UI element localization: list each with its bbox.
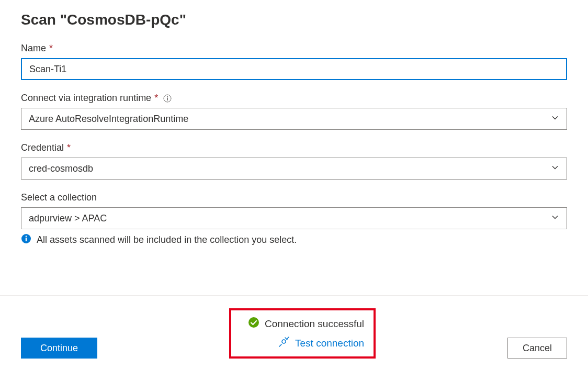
svg-rect-5 <box>26 238 27 241</box>
test-connection-link[interactable]: Test connection <box>278 336 364 350</box>
collection-label: Select a collection <box>21 192 567 203</box>
connection-status-box: Connection successful Test connection <box>229 308 376 359</box>
required-asterisk: * <box>67 142 71 153</box>
collection-helper-text: All assets scanned will be included in t… <box>37 234 297 245</box>
footer: Continue Connection successful Test con <box>21 308 567 359</box>
runtime-label: Connect via integration runtime * <box>21 93 567 104</box>
field-credential: Credential * cred-cosmosdb <box>21 142 567 180</box>
collection-label-text: Select a collection <box>21 192 97 203</box>
svg-point-6 <box>248 317 259 328</box>
collection-helper: All assets scanned will be included in t… <box>21 233 567 246</box>
info-filled-icon <box>21 233 31 246</box>
name-label-text: Name <box>21 43 46 54</box>
info-icon[interactable] <box>163 94 172 103</box>
collection-value: adpurview > APAC <box>29 213 107 224</box>
credential-dropdown[interactable]: cred-cosmosdb <box>21 158 567 180</box>
success-check-icon <box>248 317 259 331</box>
credential-label: Credential * <box>21 142 567 153</box>
footer-right: Cancel <box>507 338 567 359</box>
credential-value: cred-cosmosdb <box>29 163 93 174</box>
required-asterisk: * <box>154 93 158 104</box>
test-connection-text: Test connection <box>295 338 364 349</box>
field-collection: Select a collection adpurview > APAC All… <box>21 192 567 246</box>
credential-label-text: Credential <box>21 142 64 153</box>
connection-status: Connection successful <box>248 317 364 331</box>
svg-point-4 <box>26 236 27 237</box>
plug-icon <box>278 336 290 350</box>
svg-rect-2 <box>167 97 168 100</box>
svg-rect-7 <box>281 339 287 344</box>
svg-point-1 <box>167 96 168 97</box>
field-runtime: Connect via integration runtime * Azure … <box>21 93 567 130</box>
connection-status-text: Connection successful <box>265 318 364 330</box>
chevron-down-icon <box>551 114 559 124</box>
runtime-value: Azure AutoResolveIntegrationRuntime <box>29 114 188 125</box>
runtime-label-text: Connect via integration runtime <box>21 93 151 104</box>
name-label: Name * <box>21 43 567 54</box>
chevron-down-icon <box>551 163 559 174</box>
cancel-button[interactable]: Cancel <box>507 338 567 359</box>
continue-button[interactable]: Continue <box>21 338 97 359</box>
name-input[interactable] <box>21 58 567 80</box>
required-asterisk: * <box>49 43 53 54</box>
collection-dropdown[interactable]: adpurview > APAC <box>21 207 567 229</box>
field-name: Name * <box>21 43 567 80</box>
page-title: Scan "CosmosDB-pQc" <box>21 12 567 28</box>
chevron-down-icon <box>551 213 559 223</box>
runtime-dropdown[interactable]: Azure AutoResolveIntegrationRuntime <box>21 108 567 130</box>
footer-divider <box>0 295 588 296</box>
